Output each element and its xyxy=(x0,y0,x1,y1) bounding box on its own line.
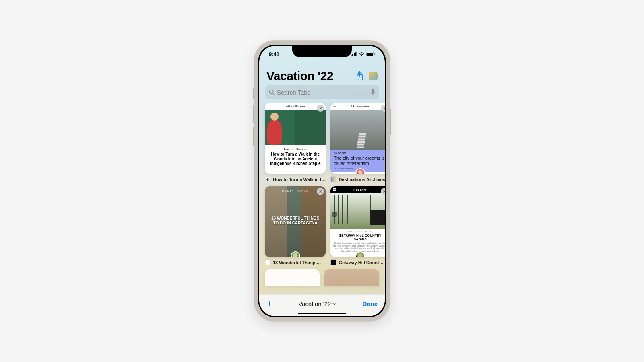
carousel-next-icon: › xyxy=(383,212,385,217)
done-button[interactable]: Done xyxy=(363,300,378,307)
tab-group-profile-icon[interactable] xyxy=(369,72,378,80)
tab-mini-header: uncrate xyxy=(330,186,385,193)
favicon: u xyxy=(330,259,336,265)
tab-mini-header: CC/magazine xyxy=(330,103,385,110)
close-tab-button[interactable]: ✕ xyxy=(381,188,385,195)
page-title: Vacation '22 xyxy=(266,69,333,83)
tab-card-peek[interactable] xyxy=(265,269,320,286)
device-notch xyxy=(292,46,352,57)
tab-title: 13 Wonderful Things… xyxy=(273,260,321,265)
new-tab-button[interactable]: + xyxy=(266,298,272,310)
tab-card[interactable]: CC/magazine ✕ 06.10.2021 The city of you… xyxy=(330,103,385,182)
mic-icon[interactable] xyxy=(370,89,375,95)
favicon xyxy=(265,259,271,265)
share-icon[interactable] xyxy=(356,71,364,81)
svg-point-8 xyxy=(270,90,273,94)
status-time: 9:41 xyxy=(269,51,279,57)
tab-group-selector[interactable]: Vacation '22 xyxy=(272,300,362,307)
search-tabs-input[interactable]: Search Tabs xyxy=(265,85,379,99)
cellular-icon xyxy=(351,52,357,56)
favicon: ◎ xyxy=(265,176,271,182)
home-indicator[interactable] xyxy=(298,313,346,314)
svg-line-9 xyxy=(273,93,275,95)
svg-rect-10 xyxy=(372,89,374,93)
battery-icon xyxy=(366,52,375,56)
favicon: . xyxy=(330,176,336,182)
tab-card[interactable]: Atlas Obscura ✕ Gastro Obscura How to Tu… xyxy=(265,103,326,182)
svg-rect-0 xyxy=(351,55,352,56)
svg-rect-5 xyxy=(367,53,373,56)
tab-card-peek[interactable] xyxy=(324,269,379,286)
svg-rect-6 xyxy=(374,53,375,55)
chevron-down-icon xyxy=(332,303,336,305)
search-icon xyxy=(269,89,275,95)
tab-card[interactable]: uncrate ✕ ‹ › SHELTER / LODGING G xyxy=(330,186,385,265)
close-tab-button[interactable]: ✕ xyxy=(381,105,385,112)
svg-rect-3 xyxy=(355,52,357,56)
tab-title: How to Turn a Walk in t… xyxy=(273,177,326,182)
tab-title: Getaway Hill Count… xyxy=(339,260,383,265)
svg-rect-2 xyxy=(354,53,355,56)
tab-title: Destinations Archivos… xyxy=(339,177,385,182)
wifi-icon xyxy=(359,52,365,56)
tab-card[interactable]: ✕ DUSTY ROADS 13 WONDERFUL THINGS TO DO … xyxy=(265,186,326,265)
svg-rect-1 xyxy=(352,54,353,56)
carousel-prev-icon: ‹ xyxy=(332,212,337,217)
search-placeholder: Search Tabs xyxy=(277,89,370,96)
